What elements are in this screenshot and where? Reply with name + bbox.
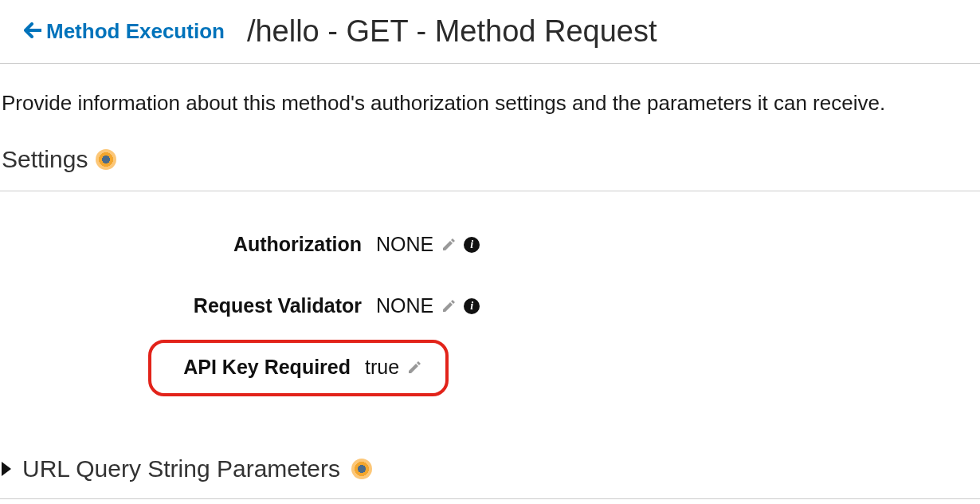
info-icon[interactable]: i bbox=[464, 298, 480, 314]
api-key-required-label: API Key Required bbox=[163, 356, 365, 379]
pencil-icon[interactable] bbox=[441, 299, 456, 313]
pencil-icon[interactable] bbox=[407, 360, 421, 375]
settings-body: Authorization NONE i Request Validator N… bbox=[0, 191, 980, 447]
request-validator-value: NONE bbox=[376, 294, 433, 317]
api-key-required-value-group: true bbox=[365, 356, 421, 379]
authorization-value: NONE bbox=[376, 233, 433, 256]
url-query-params-section-header[interactable]: URL Query String Parameters bbox=[0, 447, 980, 499]
highlight-annotation: API Key Required true bbox=[148, 340, 449, 396]
info-icon[interactable]: i bbox=[464, 237, 480, 253]
request-validator-row: Request Validator NONE i bbox=[0, 282, 980, 343]
arrow-left-icon bbox=[24, 19, 41, 44]
page-description: Provide information about this method's … bbox=[0, 64, 980, 143]
page-header: Method Execution /hello - GET - Method R… bbox=[0, 0, 980, 64]
authorization-label: Authorization bbox=[0, 233, 376, 256]
page-title: /hello - GET - Method Request bbox=[247, 14, 657, 49]
authorization-value-group: NONE i bbox=[376, 233, 480, 256]
api-key-required-value: true bbox=[365, 356, 399, 379]
caret-right-icon bbox=[2, 462, 11, 476]
settings-section-header: Settings bbox=[0, 143, 980, 191]
target-icon bbox=[96, 149, 116, 170]
authorization-row: Authorization NONE i bbox=[0, 220, 980, 282]
target-icon bbox=[351, 459, 372, 479]
back-link-label: Method Execution bbox=[46, 19, 225, 44]
back-to-method-execution-link[interactable]: Method Execution bbox=[24, 19, 225, 44]
request-validator-value-group: NONE i bbox=[376, 294, 480, 317]
request-validator-label: Request Validator bbox=[0, 294, 376, 317]
url-query-params-title: URL Query String Parameters bbox=[22, 455, 340, 482]
api-key-required-row: API Key Required true bbox=[0, 343, 980, 423]
settings-section-title: Settings bbox=[2, 146, 88, 173]
pencil-icon[interactable] bbox=[441, 238, 456, 252]
